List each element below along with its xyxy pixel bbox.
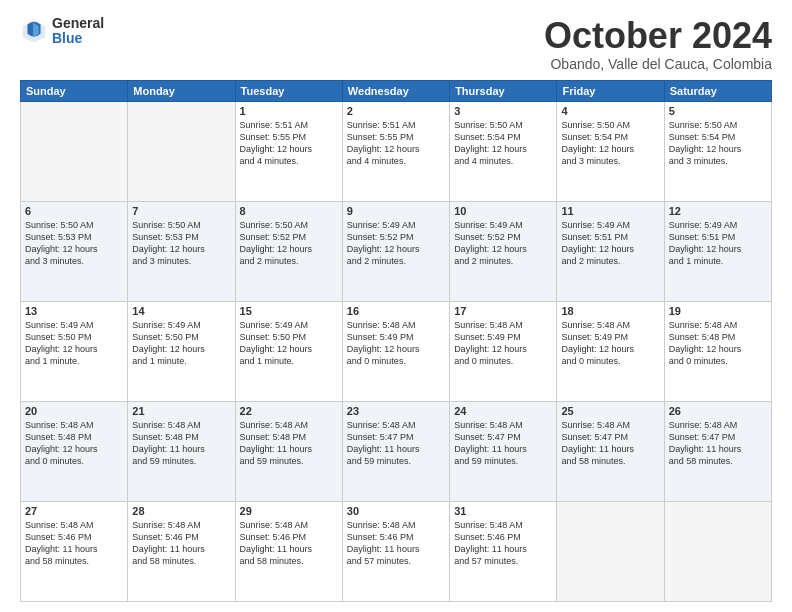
table-row: 20Sunrise: 5:48 AM Sunset: 5:48 PM Dayli… [21,401,128,501]
day-number: 18 [561,305,659,317]
table-row [128,101,235,201]
table-row: 5Sunrise: 5:50 AM Sunset: 5:54 PM Daylig… [664,101,771,201]
day-number: 22 [240,405,338,417]
day-number: 27 [25,505,123,517]
day-info: Sunrise: 5:48 AM Sunset: 5:49 PM Dayligh… [561,319,659,368]
table-row: 26Sunrise: 5:48 AM Sunset: 5:47 PM Dayli… [664,401,771,501]
day-info: Sunrise: 5:48 AM Sunset: 5:46 PM Dayligh… [454,519,552,568]
day-info: Sunrise: 5:50 AM Sunset: 5:53 PM Dayligh… [132,219,230,268]
col-friday: Friday [557,80,664,101]
col-saturday: Saturday [664,80,771,101]
calendar-table: Sunday Monday Tuesday Wednesday Thursday… [20,80,772,602]
day-info: Sunrise: 5:48 AM Sunset: 5:47 PM Dayligh… [347,419,445,468]
day-number: 10 [454,205,552,217]
table-row: 9Sunrise: 5:49 AM Sunset: 5:52 PM Daylig… [342,201,449,301]
day-number: 13 [25,305,123,317]
day-number: 17 [454,305,552,317]
calendar-week-row: 6Sunrise: 5:50 AM Sunset: 5:53 PM Daylig… [21,201,772,301]
day-number: 6 [25,205,123,217]
day-number: 19 [669,305,767,317]
table-row: 1Sunrise: 5:51 AM Sunset: 5:55 PM Daylig… [235,101,342,201]
day-number: 21 [132,405,230,417]
day-info: Sunrise: 5:51 AM Sunset: 5:55 PM Dayligh… [347,119,445,168]
day-number: 28 [132,505,230,517]
day-info: Sunrise: 5:49 AM Sunset: 5:50 PM Dayligh… [240,319,338,368]
day-number: 20 [25,405,123,417]
table-row [21,101,128,201]
table-row: 4Sunrise: 5:50 AM Sunset: 5:54 PM Daylig… [557,101,664,201]
table-row: 22Sunrise: 5:48 AM Sunset: 5:48 PM Dayli… [235,401,342,501]
day-info: Sunrise: 5:49 AM Sunset: 5:50 PM Dayligh… [25,319,123,368]
calendar-page: General Blue October 2024 Obando, Valle … [0,0,792,612]
table-row: 3Sunrise: 5:50 AM Sunset: 5:54 PM Daylig… [450,101,557,201]
day-info: Sunrise: 5:48 AM Sunset: 5:46 PM Dayligh… [347,519,445,568]
table-row: 19Sunrise: 5:48 AM Sunset: 5:48 PM Dayli… [664,301,771,401]
calendar-week-row: 20Sunrise: 5:48 AM Sunset: 5:48 PM Dayli… [21,401,772,501]
table-row: 21Sunrise: 5:48 AM Sunset: 5:48 PM Dayli… [128,401,235,501]
day-number: 16 [347,305,445,317]
table-row: 10Sunrise: 5:49 AM Sunset: 5:52 PM Dayli… [450,201,557,301]
table-row: 14Sunrise: 5:49 AM Sunset: 5:50 PM Dayli… [128,301,235,401]
table-row: 16Sunrise: 5:48 AM Sunset: 5:49 PM Dayli… [342,301,449,401]
day-info: Sunrise: 5:48 AM Sunset: 5:48 PM Dayligh… [669,319,767,368]
day-info: Sunrise: 5:48 AM Sunset: 5:49 PM Dayligh… [454,319,552,368]
table-row [557,501,664,601]
calendar-week-row: 1Sunrise: 5:51 AM Sunset: 5:55 PM Daylig… [21,101,772,201]
table-row: 13Sunrise: 5:49 AM Sunset: 5:50 PM Dayli… [21,301,128,401]
day-info: Sunrise: 5:48 AM Sunset: 5:47 PM Dayligh… [454,419,552,468]
col-sunday: Sunday [21,80,128,101]
month-title: October 2024 [544,16,772,56]
day-number: 2 [347,105,445,117]
day-number: 31 [454,505,552,517]
day-info: Sunrise: 5:49 AM Sunset: 5:52 PM Dayligh… [347,219,445,268]
day-number: 7 [132,205,230,217]
header-row: Sunday Monday Tuesday Wednesday Thursday… [21,80,772,101]
table-row: 31Sunrise: 5:48 AM Sunset: 5:46 PM Dayli… [450,501,557,601]
table-row: 30Sunrise: 5:48 AM Sunset: 5:46 PM Dayli… [342,501,449,601]
day-info: Sunrise: 5:50 AM Sunset: 5:52 PM Dayligh… [240,219,338,268]
table-row [664,501,771,601]
col-thursday: Thursday [450,80,557,101]
day-number: 5 [669,105,767,117]
table-row: 17Sunrise: 5:48 AM Sunset: 5:49 PM Dayli… [450,301,557,401]
table-row: 11Sunrise: 5:49 AM Sunset: 5:51 PM Dayli… [557,201,664,301]
day-info: Sunrise: 5:48 AM Sunset: 5:48 PM Dayligh… [132,419,230,468]
logo-text: General Blue [52,16,104,47]
day-number: 1 [240,105,338,117]
day-info: Sunrise: 5:50 AM Sunset: 5:53 PM Dayligh… [25,219,123,268]
table-row: 2Sunrise: 5:51 AM Sunset: 5:55 PM Daylig… [342,101,449,201]
calendar-week-row: 13Sunrise: 5:49 AM Sunset: 5:50 PM Dayli… [21,301,772,401]
day-number: 12 [669,205,767,217]
day-number: 14 [132,305,230,317]
table-row: 24Sunrise: 5:48 AM Sunset: 5:47 PM Dayli… [450,401,557,501]
calendar-week-row: 27Sunrise: 5:48 AM Sunset: 5:46 PM Dayli… [21,501,772,601]
table-row: 29Sunrise: 5:48 AM Sunset: 5:46 PM Dayli… [235,501,342,601]
header: General Blue October 2024 Obando, Valle … [20,16,772,72]
day-number: 26 [669,405,767,417]
day-number: 15 [240,305,338,317]
day-info: Sunrise: 5:51 AM Sunset: 5:55 PM Dayligh… [240,119,338,168]
table-row: 28Sunrise: 5:48 AM Sunset: 5:46 PM Dayli… [128,501,235,601]
day-info: Sunrise: 5:49 AM Sunset: 5:52 PM Dayligh… [454,219,552,268]
logo-general-text: General [52,16,104,31]
table-row: 8Sunrise: 5:50 AM Sunset: 5:52 PM Daylig… [235,201,342,301]
day-info: Sunrise: 5:48 AM Sunset: 5:48 PM Dayligh… [25,419,123,468]
day-info: Sunrise: 5:50 AM Sunset: 5:54 PM Dayligh… [454,119,552,168]
day-info: Sunrise: 5:48 AM Sunset: 5:47 PM Dayligh… [561,419,659,468]
day-number: 4 [561,105,659,117]
day-number: 9 [347,205,445,217]
day-info: Sunrise: 5:49 AM Sunset: 5:50 PM Dayligh… [132,319,230,368]
table-row: 12Sunrise: 5:49 AM Sunset: 5:51 PM Dayli… [664,201,771,301]
logo-icon [20,17,48,45]
day-number: 24 [454,405,552,417]
day-info: Sunrise: 5:48 AM Sunset: 5:46 PM Dayligh… [240,519,338,568]
title-block: October 2024 Obando, Valle del Cauca, Co… [544,16,772,72]
day-info: Sunrise: 5:48 AM Sunset: 5:46 PM Dayligh… [25,519,123,568]
day-number: 29 [240,505,338,517]
day-number: 23 [347,405,445,417]
day-number: 30 [347,505,445,517]
day-info: Sunrise: 5:48 AM Sunset: 5:46 PM Dayligh… [132,519,230,568]
day-info: Sunrise: 5:48 AM Sunset: 5:49 PM Dayligh… [347,319,445,368]
day-info: Sunrise: 5:48 AM Sunset: 5:48 PM Dayligh… [240,419,338,468]
day-number: 3 [454,105,552,117]
